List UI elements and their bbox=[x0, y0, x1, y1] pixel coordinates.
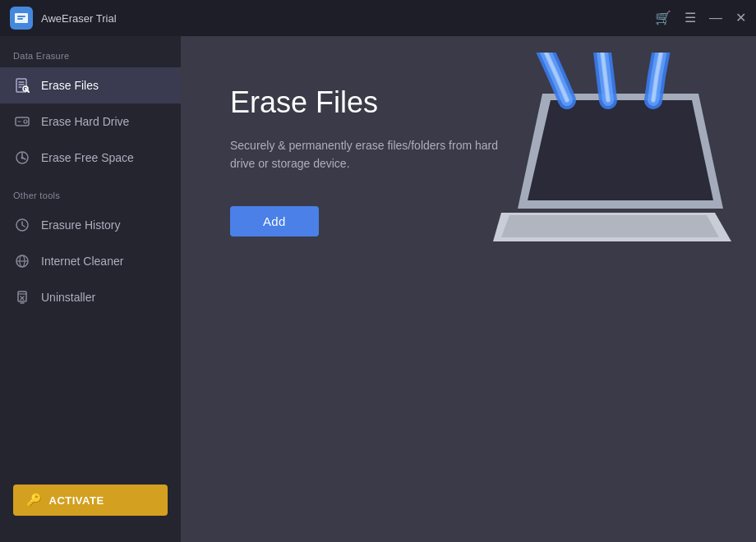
add-button[interactable]: Add bbox=[230, 206, 319, 237]
erase-hard-drive-label: Erase Hard Drive bbox=[41, 115, 129, 128]
app-logo bbox=[10, 7, 33, 30]
sidebar: Data Erasure Erase Files bbox=[0, 36, 181, 542]
erase-files-icon bbox=[13, 76, 31, 94]
sidebar-item-erase-hard-drive[interactable]: Erase Hard Drive bbox=[0, 103, 181, 140]
sidebar-item-erasure-history[interactable]: Erasure History bbox=[0, 207, 181, 243]
cart-icon[interactable]: 🛒 bbox=[655, 11, 671, 25]
hard-drive-icon bbox=[13, 113, 31, 131]
erase-free-space-icon bbox=[13, 149, 31, 167]
sidebar-item-erase-files[interactable]: Erase Files bbox=[0, 67, 181, 103]
internet-cleaner-icon bbox=[13, 252, 31, 270]
internet-cleaner-label: Internet Cleaner bbox=[41, 255, 123, 268]
app-title: AweEraser Trial bbox=[41, 12, 655, 25]
activate-label: ACTIVATE bbox=[49, 494, 104, 507]
titlebar: AweEraser Trial 🛒 ☰ — ✕ bbox=[0, 0, 756, 36]
sidebar-item-internet-cleaner[interactable]: Internet Cleaner bbox=[0, 243, 181, 279]
sidebar-item-uninstaller[interactable]: Uninstaller bbox=[0, 279, 181, 315]
data-erasure-label: Data Erasure bbox=[0, 36, 181, 67]
page-description: Securely & permanently erase files/folde… bbox=[230, 136, 509, 173]
activate-button[interactable]: 🔑 ACTIVATE bbox=[13, 485, 168, 516]
svg-marker-26 bbox=[501, 215, 719, 237]
sidebar-item-erase-free-space[interactable]: Erase Free Space bbox=[0, 140, 181, 176]
svg-rect-3 bbox=[17, 18, 23, 20]
minimize-button[interactable]: — bbox=[709, 11, 722, 25]
window-controls: 🛒 ☰ — ✕ bbox=[655, 11, 746, 25]
erasure-history-icon bbox=[13, 216, 31, 234]
app-body: Data Erasure Erase Files bbox=[0, 36, 756, 542]
svg-rect-2 bbox=[17, 16, 25, 17]
key-icon: 🔑 bbox=[26, 493, 43, 508]
other-tools-label: Other tools bbox=[0, 176, 181, 207]
erase-free-space-label: Erase Free Space bbox=[41, 151, 134, 164]
erasure-history-label: Erasure History bbox=[41, 218, 120, 232]
uninstaller-icon bbox=[13, 288, 31, 306]
erase-files-label: Erase Files bbox=[41, 79, 99, 92]
svg-rect-20 bbox=[18, 292, 26, 301]
menu-icon[interactable]: ☰ bbox=[685, 11, 696, 25]
uninstaller-label: Uninstaller bbox=[41, 291, 95, 304]
svg-point-15 bbox=[21, 157, 24, 159]
svg-rect-5 bbox=[16, 79, 26, 92]
illustration bbox=[477, 53, 740, 332]
svg-point-12 bbox=[24, 120, 27, 123]
content-area: Erase Files Securely & permanently erase… bbox=[181, 36, 756, 542]
svg-marker-24 bbox=[528, 100, 713, 200]
close-button[interactable]: ✕ bbox=[735, 11, 746, 25]
